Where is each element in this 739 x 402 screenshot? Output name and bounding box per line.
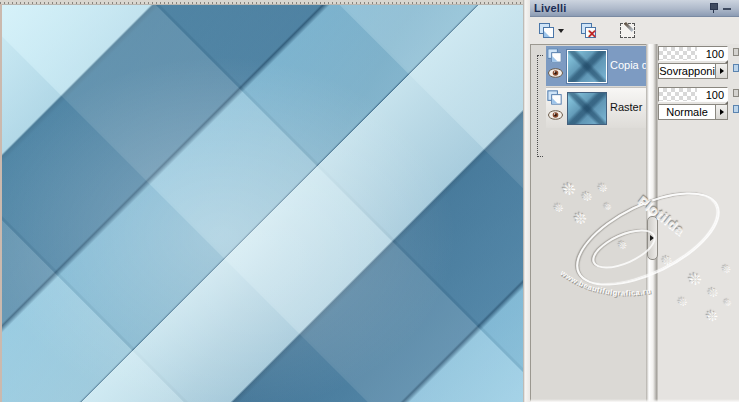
layer-name[interactable]: Copia diRas bbox=[610, 59, 646, 71]
cropped-icon bbox=[733, 48, 739, 56]
properties-copia-di-raster: 100 Sovrapponi bbox=[658, 46, 739, 82]
brush-icon bbox=[624, 20, 638, 34]
blend-mode-value: Sovrapponi bbox=[659, 65, 715, 77]
raster-layer-icon bbox=[547, 90, 562, 104]
edit-selection-button[interactable] bbox=[612, 19, 642, 43]
blend-mode-select[interactable]: Normale bbox=[658, 104, 728, 120]
cropped-icon bbox=[733, 64, 739, 72]
opacity-value[interactable]: 100 bbox=[697, 48, 727, 60]
layer-properties: 100 Sovrapponi 100 Normale bbox=[658, 44, 739, 402]
properties-raster-1: 100 Normale bbox=[658, 87, 739, 123]
opacity-checker bbox=[659, 47, 697, 60]
layer-group-bracket bbox=[537, 55, 543, 157]
cropped-icon bbox=[733, 105, 739, 113]
blend-dropdown-button[interactable] bbox=[715, 105, 727, 119]
blend-mode-value: Normale bbox=[659, 106, 715, 118]
blend-dropdown-button[interactable] bbox=[715, 64, 727, 78]
red-x-icon: ✕ bbox=[587, 29, 597, 39]
new-layer-icon bbox=[539, 23, 555, 38]
image-canvas[interactable] bbox=[2, 5, 523, 402]
delete-layer-icon: ✕ bbox=[581, 23, 597, 38]
minimize-icon[interactable] bbox=[723, 4, 731, 12]
pin-icon[interactable] bbox=[709, 3, 717, 13]
layer-list-gutter bbox=[531, 45, 546, 402]
splitter-collapse-handle[interactable] bbox=[647, 216, 658, 260]
dropdown-arrow-icon bbox=[720, 68, 724, 74]
visibility-eye-icon[interactable] bbox=[548, 68, 563, 78]
titlebar-buttons bbox=[709, 3, 739, 13]
layer-thumbnail[interactable] bbox=[567, 92, 607, 125]
opacity-checker bbox=[659, 88, 697, 101]
panel-splitter[interactable] bbox=[646, 44, 658, 402]
panel-title: Livelli bbox=[530, 2, 567, 14]
canvas-area bbox=[0, 0, 523, 402]
opacity-field[interactable]: 100 bbox=[658, 46, 728, 61]
dropdown-arrow-icon bbox=[720, 109, 724, 115]
raster-layer-icon bbox=[547, 48, 562, 62]
new-layer-dropdown-icon[interactable] bbox=[558, 29, 564, 33]
cropped-icon bbox=[733, 89, 739, 97]
panel-titlebar[interactable]: Livelli bbox=[530, 0, 739, 17]
opacity-value[interactable]: 100 bbox=[697, 89, 727, 101]
layers-toolbar: ✕ bbox=[530, 17, 739, 44]
visibility-eye-icon[interactable] bbox=[548, 110, 563, 120]
cropped-controls bbox=[731, 87, 739, 123]
layer-row-raster-1[interactable]: Raster 1 bbox=[546, 87, 646, 128]
splitter-arrow-icon bbox=[650, 235, 654, 241]
layer-list: Copia diRas Raster 1 bbox=[530, 44, 646, 402]
edit-selection-icon bbox=[620, 23, 635, 38]
blend-mode-select[interactable]: Sovrapponi bbox=[658, 63, 728, 79]
panel-left-strip bbox=[523, 0, 530, 402]
layer-name[interactable]: Raster 1 bbox=[610, 101, 646, 113]
layers-panel: Livelli ✕ bbox=[523, 0, 739, 402]
cropped-controls bbox=[731, 46, 739, 82]
layer-row-copia-di-raster[interactable]: Copia diRas bbox=[546, 46, 646, 86]
layer-thumbnail[interactable] bbox=[567, 50, 607, 83]
delete-layer-button[interactable]: ✕ bbox=[574, 19, 604, 43]
new-layer-button[interactable] bbox=[536, 19, 566, 43]
opacity-field[interactable]: 100 bbox=[658, 87, 728, 102]
